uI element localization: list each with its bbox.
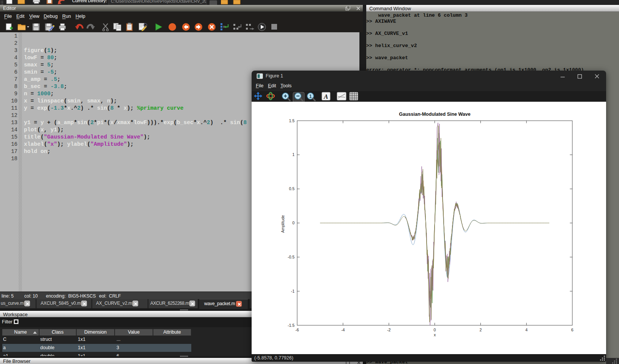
svg-text:-1.5: -1.5: [288, 323, 295, 328]
svg-text:-1: -1: [291, 289, 295, 293]
svg-text:-2: -2: [387, 328, 391, 332]
svg-text:Gaussian-Modulated Sine Wave: Gaussian-Modulated Sine Wave: [399, 112, 471, 117]
svg-text:0: 0: [292, 221, 295, 225]
svg-text:-4: -4: [341, 328, 345, 332]
svg-text:1: 1: [292, 152, 295, 157]
svg-text:A: A: [323, 93, 328, 100]
svg-text:-0.5: -0.5: [288, 255, 295, 259]
svg-text:0: 0: [434, 328, 436, 332]
svg-text:Amplitude: Amplitude: [280, 215, 285, 233]
svg-text:1.5: 1.5: [289, 118, 295, 123]
svg-text:6: 6: [571, 328, 573, 332]
svg-text:1: 1: [309, 94, 312, 99]
svg-text:0.5: 0.5: [289, 186, 295, 191]
svg-text:x: x: [434, 332, 436, 337]
svg-text:-6: -6: [295, 328, 299, 332]
svg-text:4: 4: [525, 328, 528, 332]
svg-text:2: 2: [479, 328, 482, 332]
